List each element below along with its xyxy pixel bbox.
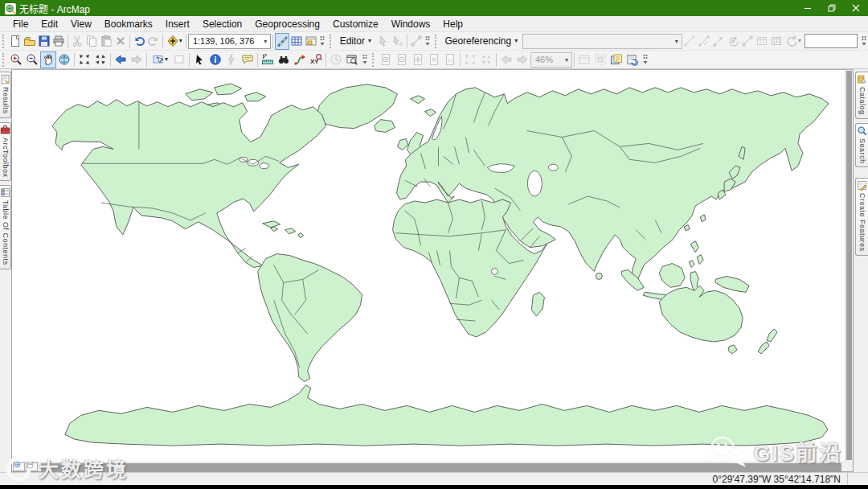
- vertical-scrollbar[interactable]: [845, 70, 853, 462]
- find-button[interactable]: [276, 51, 292, 68]
- catalog-window-button[interactable]: [304, 33, 318, 50]
- grid-table-button[interactable]: [769, 33, 784, 50]
- layout-zoom-100-button[interactable]: 1:1: [442, 51, 458, 68]
- ddp-setup-button[interactable]: [608, 51, 624, 68]
- find-route-button[interactable]: [292, 51, 308, 68]
- horizontal-scrollbar[interactable]: [40, 462, 845, 472]
- layout-zoom-page-button[interactable]: [426, 51, 442, 68]
- georef-points-button[interactable]: [682, 33, 697, 50]
- georef-shift-button[interactable]: [711, 33, 726, 50]
- right-tab-catalog[interactable]: Catalog: [855, 72, 868, 119]
- print-button[interactable]: [51, 33, 66, 50]
- measure-button[interactable]: [260, 51, 276, 68]
- link-table-button[interactable]: [755, 33, 769, 50]
- toggle-draft-button[interactable]: [576, 51, 592, 68]
- edit-annotation-button[interactable]: A: [391, 33, 405, 50]
- identify-button[interactable]: [207, 51, 223, 68]
- add-data-button[interactable]: ▾: [165, 33, 185, 50]
- layout-fixed-in-button[interactable]: [462, 51, 478, 68]
- menu-file[interactable]: File: [6, 17, 35, 31]
- map-canvas[interactable]: [12, 70, 845, 462]
- attribute-table-button[interactable]: [289, 33, 304, 50]
- vertical-scrollbar-thumb[interactable]: [846, 71, 852, 460]
- data-view-button[interactable]: [13, 462, 25, 471]
- right-tab-create-features[interactable]: Create Features: [855, 178, 868, 256]
- menu-geoprocessing[interactable]: Geoprocessing: [248, 17, 326, 31]
- save-button[interactable]: [37, 33, 51, 50]
- menu-view[interactable]: View: [64, 17, 98, 31]
- select-features-button[interactable]: ▾: [149, 51, 171, 68]
- minimize-button[interactable]: [796, 0, 820, 16]
- layout-back-button[interactable]: [498, 51, 514, 68]
- time-slider-button[interactable]: [328, 51, 344, 68]
- layout-zoom-combo[interactable]: 46%▾: [530, 52, 572, 68]
- toolbar-grip[interactable]: [435, 35, 437, 48]
- left-tab-arctoolbox[interactable]: ArcToolbox: [0, 122, 11, 182]
- fixed-zoom-in-button[interactable]: [76, 51, 92, 68]
- focus-frame-button[interactable]: [592, 51, 608, 68]
- editor-sketch-button[interactable]: [275, 33, 289, 50]
- toolbar-overflow-button[interactable]: [361, 51, 369, 68]
- menu-customize[interactable]: Customize: [326, 17, 385, 31]
- editor-menu[interactable]: Editor▾: [335, 34, 376, 48]
- layout-fixed-out-button[interactable]: [478, 51, 494, 68]
- go-to-xy-button[interactable]: XY: [308, 51, 324, 68]
- delete-button[interactable]: [113, 33, 128, 50]
- ddp-toolbar-button[interactable]: [624, 51, 641, 68]
- layout-forward-button[interactable]: [514, 51, 530, 68]
- viewer-window-button[interactable]: [344, 51, 360, 68]
- georeferencing-menu[interactable]: Georeferencing▾: [440, 34, 522, 48]
- georeferencing-layer-combo[interactable]: ▾: [522, 34, 682, 49]
- sketch-segment-button[interactable]: [409, 33, 424, 50]
- menu-selection[interactable]: Selection: [196, 17, 248, 31]
- georef-scale-tool-button[interactable]: [740, 33, 755, 50]
- layout-zoom-out-button[interactable]: [394, 51, 410, 68]
- clear-selection-button[interactable]: [171, 51, 187, 68]
- layout-pan-button[interactable]: [410, 51, 426, 68]
- left-tab-results[interactable]: Results: [0, 72, 11, 118]
- open-folder-button[interactable]: [23, 33, 37, 50]
- layout-view-button[interactable]: [26, 462, 38, 471]
- toolbar-grip[interactable]: [330, 35, 332, 48]
- close-button[interactable]: [844, 0, 868, 16]
- new-document-button[interactable]: [8, 33, 23, 50]
- combo-dropdown-icon[interactable]: ▾: [260, 38, 270, 45]
- rotate-button[interactable]: ▾: [784, 33, 804, 50]
- zoom-out-button[interactable]: [24, 51, 40, 68]
- georef-rotate-tool-button[interactable]: [726, 33, 740, 50]
- toolbar-grip[interactable]: [2, 53, 5, 67]
- menu-insert[interactable]: Insert: [159, 17, 196, 31]
- html-popup-button[interactable]: [240, 51, 256, 68]
- horizontal-scrollbar-thumb[interactable]: [41, 463, 841, 471]
- toolbar-overflow-button[interactable]: [424, 33, 432, 49]
- paste-button[interactable]: [99, 33, 113, 50]
- right-tab-search[interactable]: Search: [855, 123, 868, 168]
- hyperlink-button[interactable]: [223, 51, 240, 68]
- toolbar-overflow-button[interactable]: [641, 51, 649, 68]
- fixed-zoom-out-button[interactable]: [92, 51, 108, 68]
- select-elements-button[interactable]: [191, 51, 207, 68]
- toolbar-grip[interactable]: [2, 35, 5, 48]
- undo-button[interactable]: [132, 33, 146, 50]
- toolbar-overflow-button[interactable]: [860, 33, 867, 49]
- forward-extent-button[interactable]: [129, 51, 145, 68]
- menu-help[interactable]: Help: [436, 17, 469, 31]
- back-extent-button[interactable]: [113, 51, 129, 68]
- copy-button[interactable]: [84, 33, 99, 50]
- georef-adjust-button[interactable]: [697, 33, 711, 50]
- menu-edit[interactable]: Edit: [35, 17, 64, 31]
- scale-combo[interactable]: 1:139, 106, 376▾: [188, 34, 271, 49]
- redo-button[interactable]: [146, 33, 161, 50]
- pan-button[interactable]: [40, 51, 56, 68]
- toolbar-overflow-button[interactable]: [319, 33, 326, 49]
- full-extent-button[interactable]: [56, 51, 72, 68]
- georeferencing-angle-input[interactable]: [805, 34, 858, 48]
- combo-dropdown-icon[interactable]: ▾: [562, 56, 571, 64]
- toolbar-grip[interactable]: [372, 53, 375, 67]
- left-tab-table-of-contents[interactable]: Table Of Contents: [0, 185, 11, 269]
- menu-bookmarks[interactable]: Bookmarks: [98, 17, 159, 31]
- cut-button[interactable]: [70, 33, 84, 50]
- layout-zoom-in-button[interactable]: [378, 51, 394, 68]
- menu-windows[interactable]: Windows: [385, 17, 437, 31]
- combo-dropdown-icon[interactable]: ▾: [672, 38, 682, 45]
